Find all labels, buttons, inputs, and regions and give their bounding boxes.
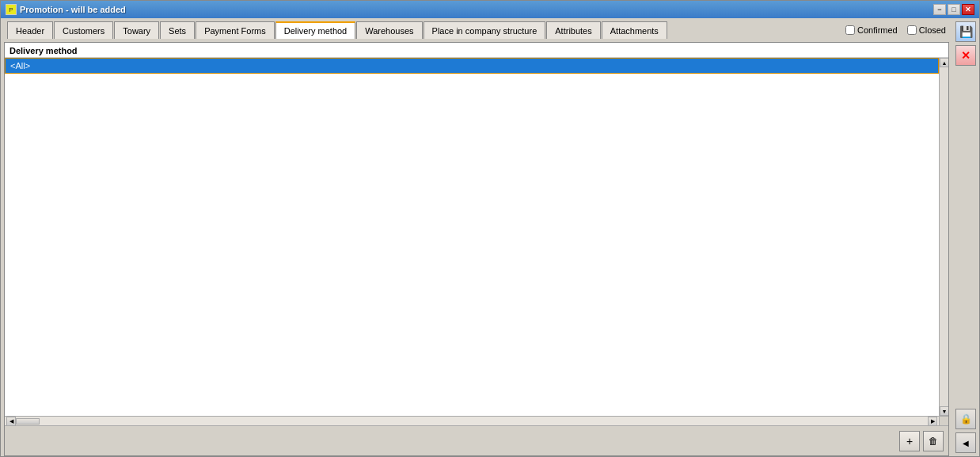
window-title: Promotion - will be added: [20, 5, 126, 14]
tab-payment-forms[interactable]: Payment Forms: [196, 21, 275, 39]
confirmed-label: Confirmed: [857, 25, 898, 35]
title-bar-buttons: − □ ✕: [933, 4, 974, 15]
app-icon: P: [6, 4, 17, 15]
delete-icon: 🗑: [929, 436, 938, 447]
header-bar: Header Customers Towary Sets Payment For…: [1, 18, 952, 42]
confirmed-area: Confirmed Closed: [839, 25, 946, 35]
scroll-corner: [939, 416, 948, 425]
lock-icon: 🔒: [960, 413, 972, 425]
scroll-up-button[interactable]: ▲: [940, 58, 948, 67]
left-panel: Header Customers Towary Sets Payment For…: [1, 18, 952, 456]
closed-group: Closed: [907, 25, 946, 35]
section-title: Delivery method: [5, 43, 948, 57]
confirmed-group: Confirmed: [845, 25, 898, 35]
add-button[interactable]: +: [899, 431, 920, 451]
tab-header[interactable]: Header: [7, 21, 53, 39]
minimize-button[interactable]: −: [933, 4, 946, 15]
nav-icon: ◀: [963, 439, 969, 447]
title-bar: P Promotion - will be added − □ ✕: [1, 1, 979, 18]
main-window: P Promotion - will be added − □ ✕ Header…: [0, 0, 980, 457]
lock-button[interactable]: 🔒: [955, 409, 976, 429]
delete-row-button[interactable]: 🗑: [923, 431, 944, 451]
horizontal-scrollbar[interactable]: ◀ ▶: [5, 416, 939, 425]
tab-towary[interactable]: Towary: [114, 21, 159, 39]
list-container: <All> ▲ ▼ ◀ ▶: [5, 57, 948, 425]
maximize-button[interactable]: □: [948, 4, 960, 15]
closed-label: Closed: [919, 25, 946, 35]
tab-customers[interactable]: Customers: [54, 21, 113, 39]
tab-place-in-company[interactable]: Place in company structure: [424, 21, 546, 39]
discard-button[interactable]: ✕: [955, 45, 976, 66]
tabs-bar: Header Customers Towary Sets Payment For…: [7, 21, 839, 39]
list-item[interactable]: <All>: [5, 58, 939, 74]
bottom-toolbar: + 🗑: [5, 425, 948, 455]
tab-content: Delivery method <All> ▲ ▼: [4, 42, 949, 456]
scroll-right-button[interactable]: ▶: [928, 417, 937, 426]
close-button[interactable]: ✕: [962, 4, 974, 15]
closed-checkbox[interactable]: [907, 25, 917, 35]
scroll-thumb-h[interactable]: [16, 418, 40, 425]
tab-delivery-method[interactable]: Delivery method: [275, 21, 355, 39]
scroll-down-button[interactable]: ▼: [940, 406, 948, 416]
save-icon: 💾: [959, 25, 973, 38]
confirmed-checkbox[interactable]: [845, 25, 855, 35]
nav-button[interactable]: ◀: [955, 432, 976, 453]
tab-sets[interactable]: Sets: [160, 21, 195, 39]
scroll-left-button[interactable]: ◀: [6, 417, 16, 426]
right-sidebar: 💾 ✕ 🔒 ◀: [952, 18, 979, 456]
main-content: Header Customers Towary Sets Payment For…: [1, 18, 979, 456]
close-red-icon: ✕: [961, 49, 971, 62]
save-button[interactable]: 💾: [955, 21, 976, 42]
tab-attachments[interactable]: Attachments: [602, 21, 667, 39]
tab-warehouses[interactable]: Warehouses: [356, 21, 422, 39]
vertical-scrollbar[interactable]: ▲ ▼: [939, 58, 948, 416]
tab-attributes[interactable]: Attributes: [546, 21, 600, 39]
list-scroll-area: <All>: [5, 58, 939, 416]
add-icon: +: [906, 435, 913, 447]
title-bar-left: P Promotion - will be added: [6, 4, 126, 15]
scroll-track-v[interactable]: [940, 67, 948, 406]
